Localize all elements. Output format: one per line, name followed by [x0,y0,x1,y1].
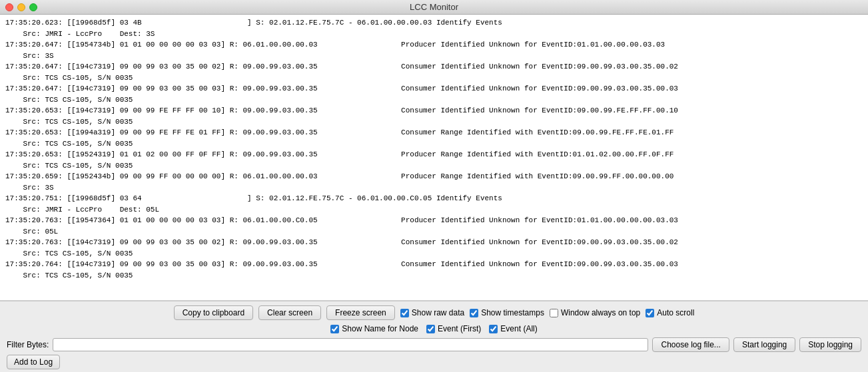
event-all-label[interactable]: Event (All) [489,324,537,333]
auto-scroll-checkbox[interactable] [646,309,654,317]
window-title: LCC Monitor [410,2,458,12]
controls-row2: Show Name for Node Event (First) Event (… [7,324,861,333]
controls-area: Copy to clipboard Clear screen Freeze sc… [0,301,868,372]
choose-log-file-button[interactable]: Choose log file... [652,337,729,352]
log-line: 17:35:20.751: [[19968d5f] 03 64 ] S: 02.… [5,193,863,204]
log-line: Src: TCS CS-105, S/N 0035 [5,94,863,106]
event-first-checkbox[interactable] [426,325,435,333]
show-name-for-node-label[interactable]: Show Name for Node [330,324,418,333]
show-timestamps-checkbox[interactable] [470,309,478,317]
window-always-on-top-text: Window always on top [561,308,640,317]
log-line: Src: TCS CS-105, S/N 0035 [5,160,863,172]
log-line: Src: TCS CS-105, S/N 0035 [5,138,863,150]
log-line: 17:35:20.653: [[194c7319] 09 00 99 FE FF… [5,105,863,116]
add-to-log-row: Add to Log [7,355,861,369]
stop-logging-button[interactable]: Stop logging [799,337,861,352]
auto-scroll-label[interactable]: Auto scroll [646,308,694,317]
maximize-button[interactable] [29,3,37,11]
window-controls [5,3,37,11]
log-line: 17:35:20.653: [[19524319] 01 01 02 00 00… [5,149,863,160]
window-always-on-top-checkbox[interactable] [550,309,558,317]
log-line: Src: TCS CS-105, S/N 0035 [5,248,863,260]
log-line: Src: JMRI - LccPro Dest: 05L [5,204,863,216]
event-first-label[interactable]: Event (First) [426,324,481,333]
show-name-for-node-text: Show Name for Node [342,324,418,333]
clear-screen-button[interactable]: Clear screen [258,305,321,320]
window-always-on-top-label[interactable]: Window always on top [550,308,640,317]
log-line: 17:35:20.647: [[194c7319] 09 00 99 03 00… [5,61,863,73]
minimize-button[interactable] [17,3,25,11]
log-line: Src: JMRI - LccPro Dest: 3S [5,29,863,40]
event-all-text: Event (All) [500,324,537,333]
log-line: Src: TCS CS-105, S/N 0035 [5,73,863,84]
log-line: Src: 3S [5,182,863,194]
controls-row3: Filter Bytes: Choose log file... Start l… [7,337,861,352]
show-raw-data-text: Show raw data [412,308,464,317]
show-timestamps-label[interactable]: Show timestamps [470,308,544,317]
log-line: 17:35:20.623: [[19968d5f] 03 4B ] S: 02.… [5,17,863,29]
log-line: 17:35:20.764: [[194c7319] 09 00 99 03 00… [5,259,863,270]
start-logging-button[interactable]: Start logging [733,337,795,352]
event-all-checkbox[interactable] [489,325,498,333]
log-line: 17:35:20.647: [[1954734b] 01 01 00 00 00… [5,39,863,51]
event-first-text: Event (First) [438,324,481,333]
log-line: Src: 05L [5,226,863,238]
show-raw-data-checkbox[interactable] [400,309,409,317]
freeze-screen-button[interactable]: Freeze screen [326,305,395,320]
log-line: Src: 3S [5,51,863,62]
log-line: 17:35:20.653: [[1994a319] 09 00 99 FE FF… [5,127,863,138]
log-line: 17:35:20.647: [[194c7319] 09 00 99 03 00… [5,83,863,94]
log-line: 17:35:20.763: [[194c7319] 09 00 99 03 00… [5,237,863,248]
copy-to-clipboard-button[interactable]: Copy to clipboard [174,305,253,320]
auto-scroll-text: Auto scroll [657,308,694,317]
show-raw-data-label[interactable]: Show raw data [400,308,464,317]
log-line: 17:35:20.763: [[19547364] 01 01 00 00 00… [5,215,863,226]
add-to-log-button[interactable]: Add to Log [7,355,60,369]
filter-bytes-input[interactable] [53,338,648,351]
title-bar: LCC Monitor [0,0,868,15]
log-area[interactable]: 17:35:20.623: [[19968d5f] 03 4B ] S: 02.… [0,15,868,301]
show-timestamps-text: Show timestamps [481,308,544,317]
close-button[interactable] [5,3,13,11]
filter-bytes-label: Filter Bytes: [7,340,49,349]
log-line: Src: TCS CS-105, S/N 0035 [5,270,863,281]
log-line: 17:35:20.659: [[1952434b] 09 00 99 FF 00… [5,171,863,182]
show-name-for-node-checkbox[interactable] [330,325,339,333]
controls-row1: Copy to clipboard Clear screen Freeze sc… [7,305,861,320]
log-line: Src: TCS CS-105, S/N 0035 [5,116,863,128]
